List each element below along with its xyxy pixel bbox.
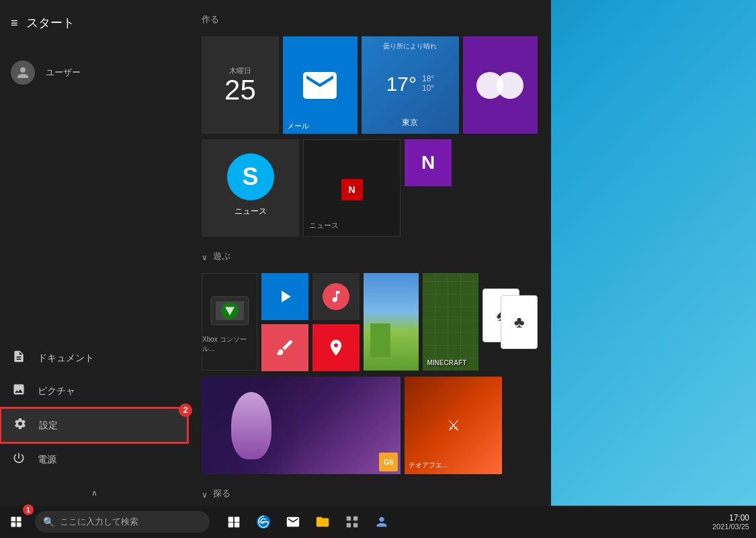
documents-label: ドキュメント <box>38 352 94 364</box>
hamburger-icon: ≡ <box>11 16 18 30</box>
scenery-bg <box>364 273 419 371</box>
taskbar-start-button[interactable]: 1 <box>0 506 32 538</box>
sidebar-item-settings[interactable]: 設定 2 <box>0 408 188 443</box>
tiles-area: 作る 木曜日 25 メール <box>188 0 551 506</box>
tile-news[interactable]: N ニュース <box>303 139 401 237</box>
asobu-collapse[interactable]: ∨ <box>202 253 208 262</box>
game2-bg: ⚔ <box>405 377 502 474</box>
taskbar: 1 🔍 ここに入力して検索 <box>0 506 756 538</box>
sidebar-header[interactable]: ≡ スタート <box>0 7 188 39</box>
calendar-day-num: 25 <box>224 76 256 104</box>
minecraft-bg: MINECRAFT <box>423 273 478 371</box>
taskbar-icons <box>220 508 395 535</box>
svg-point-1 <box>497 72 523 99</box>
tile-skype[interactable]: S ニュース <box>202 139 299 237</box>
taskbar-mail-icon <box>286 514 300 529</box>
sidebar-item-power[interactable]: 電源 <box>0 443 188 476</box>
svg-rect-18 <box>228 523 234 528</box>
tree-trunk <box>370 323 390 357</box>
tile-weather[interactable]: 曇り所により晴れ 17° 18° 10° 東京 <box>362 36 459 134</box>
start-title: スタート <box>26 15 75 31</box>
saguru-collapse[interactable]: ∨ <box>202 490 208 500</box>
section-asobu-label: 遊ぶ <box>213 250 230 262</box>
weather-low: 10° <box>422 83 434 93</box>
game-char-area <box>202 377 301 474</box>
play-icon <box>275 286 295 307</box>
game2-label: テオアフエ... <box>409 461 448 470</box>
svg-rect-24 <box>347 523 351 527</box>
news-label: ニュース <box>309 221 339 231</box>
tile-solitaire[interactable]: ♠ ♣ <box>482 273 538 371</box>
power-label: 電源 <box>38 454 56 466</box>
section-tsukuru-label: 作る <box>202 13 538 26</box>
mail-icon <box>293 65 347 106</box>
xbox-label: Xbox コンソール... <box>202 335 257 354</box>
taskbar-edge-button[interactable] <box>250 508 277 535</box>
tsukuru-tiles-row: 木曜日 25 メール 曇り所により晴れ <box>202 36 538 134</box>
taskbar-people-button[interactable] <box>368 508 395 535</box>
tile-xbox[interactable]: Xbox コンソール... <box>202 273 257 371</box>
taskbar-person-icon <box>374 514 389 529</box>
news-icon: N <box>341 179 363 200</box>
weather-condition: 曇り所により晴れ <box>383 42 437 51</box>
section-asobu: ∨ 遊ぶ Xbox コンソール... <box>202 250 538 474</box>
avatar <box>11 61 35 85</box>
tile-minecraft[interactable]: MINECRAFT <box>423 273 478 371</box>
pictures-label: ピクチャ <box>38 385 75 397</box>
taskbar-search[interactable]: 🔍 ここに入力して検索 <box>35 511 210 533</box>
document-icon <box>11 350 27 367</box>
skype-logo-circle: S <box>227 153 274 200</box>
section-tsukuru: 作る 木曜日 25 メール <box>202 13 538 237</box>
taskbar-folder-icon <box>315 514 330 529</box>
tile-groove[interactable] <box>312 273 360 320</box>
sidebar-item-documents[interactable]: ドキュメント <box>0 342 188 375</box>
taskbar-extra-button[interactable] <box>339 508 366 535</box>
taskview-icon <box>227 515 241 529</box>
asobu-row1: Xbox コンソール... <box>202 273 538 371</box>
tile-scenery[interactable] <box>364 273 419 371</box>
solitaire-bg: ♠ ♣ <box>482 278 538 366</box>
g5-badge: G5 <box>379 453 398 471</box>
maps-icon <box>327 338 345 357</box>
weather-temp: 17° <box>386 73 417 95</box>
tile-movies[interactable] <box>261 273 308 320</box>
taskbar-explorer-button[interactable] <box>309 508 336 535</box>
user-name-label: ユーザー <box>46 67 81 79</box>
clock-date: 2021/03/25 <box>712 523 749 531</box>
groove-icon <box>323 283 349 310</box>
section-saguru-label: 探る <box>213 488 230 500</box>
tile-game2[interactable]: ⚔ テオアフエ... <box>405 377 502 474</box>
sidebar-item-pictures[interactable]: ピクチャ <box>0 375 188 408</box>
search-text: ここに入力して検索 <box>60 516 138 528</box>
sidebar: ≡ スタート ユーザー ドキュメント ピクチャ <box>0 0 188 506</box>
search-icon: 🔍 <box>43 516 54 527</box>
taskbar-taskview-button[interactable] <box>220 508 247 535</box>
picture-icon <box>11 383 27 399</box>
paint-icon <box>275 338 295 358</box>
game-large-bg: G5 <box>202 377 401 474</box>
tile-onenote[interactable]: N <box>405 139 452 186</box>
settings-icon <box>12 417 28 434</box>
svg-rect-25 <box>353 523 358 527</box>
svg-rect-22 <box>347 516 351 521</box>
tile-mail[interactable]: メール <box>283 36 358 134</box>
minecraft-pattern <box>423 273 478 371</box>
section-saguru: ∨ 探る Microsoft Store <box>202 488 538 506</box>
tile-calendar[interactable]: 木曜日 25 <box>202 36 279 134</box>
sidebar-item-user[interactable]: ユーザー <box>0 52 188 93</box>
start-badge: 1 <box>23 504 34 515</box>
tile-dolby[interactable] <box>463 36 538 134</box>
tile-paint3d[interactable] <box>261 324 308 371</box>
collapse-arrow[interactable]: ∧ <box>0 483 188 503</box>
tsukuru-row2: S ニュース N ニュース <box>202 139 538 237</box>
power-icon <box>11 451 27 468</box>
svg-rect-17 <box>235 517 240 523</box>
settings-label: 設定 <box>39 420 58 432</box>
col-weather-news: 曇り所により晴れ 17° 18° 10° 東京 <box>362 36 459 134</box>
weather-city: 東京 <box>402 117 418 128</box>
taskbar-mail-button[interactable] <box>280 508 306 535</box>
onenote-icon: N <box>421 152 435 174</box>
clock-time: 17:00 <box>712 513 749 523</box>
tile-game-large[interactable]: G5 <box>202 377 401 474</box>
tile-maps[interactable] <box>312 324 360 371</box>
